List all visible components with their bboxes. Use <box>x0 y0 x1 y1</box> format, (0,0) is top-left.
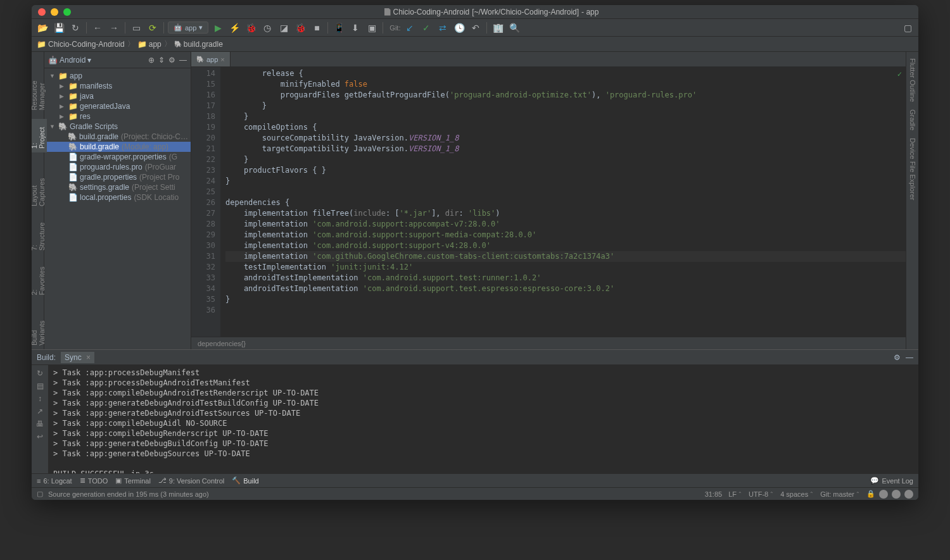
close-tab-icon[interactable]: × <box>86 353 91 362</box>
tree-arrow-icon[interactable] <box>60 93 66 99</box>
profile-icon[interactable]: ◷ <box>260 21 274 35</box>
close-tab-icon[interactable]: × <box>220 56 224 63</box>
gradle-sync-icon[interactable]: ⟳ <box>146 21 160 35</box>
coverage-icon[interactable]: ◪ <box>277 21 291 35</box>
code-line[interactable]: } <box>225 294 906 305</box>
project-tree[interactable]: 📁app📁manifests📁java📁generatedJava📁res🐘Gr… <box>44 68 191 349</box>
event-log-tab[interactable]: 💬 Event Log <box>870 476 913 485</box>
code-line[interactable]: productFlavors { } <box>225 165 906 176</box>
code-line[interactable]: proguardFiles getDefaultProguardFile('pr… <box>225 90 906 101</box>
ide-status-icon[interactable] <box>892 490 901 499</box>
attach-debugger-icon[interactable]: 🐞 <box>293 21 307 35</box>
project-view-dropdown[interactable]: 🤖 Android ▾ <box>48 56 91 65</box>
sdk-manager-icon[interactable]: ⬇ <box>348 21 362 35</box>
tree-arrow-icon[interactable] <box>49 123 56 130</box>
tree-node[interactable]: 🐘settings.gradle (Project Setti <box>44 182 191 192</box>
tree-node[interactable]: 📄proguard-rules.pro (ProGuar <box>44 162 191 172</box>
settings-icon[interactable]: ⚙ <box>894 353 901 362</box>
tree-node[interactable]: 📁generatedJava <box>44 101 191 111</box>
hide-icon[interactable]: — <box>179 56 187 65</box>
editor-tab-app[interactable]: 🐘 app × <box>191 52 231 66</box>
code-line[interactable]: minifyEnabled false <box>225 79 906 90</box>
code-line[interactable]: } <box>225 111 906 122</box>
git-revert-icon[interactable]: ↶ <box>469 21 483 35</box>
breadcrumb-file[interactable]: 🐘 build.gradle <box>174 40 223 49</box>
build-tab[interactable]: 🔨 Build <box>232 476 258 485</box>
print-icon[interactable]: 🖶 <box>36 420 44 428</box>
encoding-dropdown[interactable]: UTF-8 <box>749 490 774 498</box>
code-line[interactable] <box>225 187 906 197</box>
tree-arrow-icon[interactable] <box>60 83 66 89</box>
terminal-tab[interactable]: ▣ Terminal <box>115 476 151 485</box>
code-content[interactable]: release { minifyEnabled false proguardFi… <box>220 67 906 337</box>
todo-tab[interactable]: ≣ TODO <box>80 476 108 485</box>
undo-icon[interactable]: ← <box>91 21 104 35</box>
code-line[interactable]: targetCompatibility JavaVersion.VERSION_… <box>225 144 906 154</box>
tree-arrow-icon[interactable] <box>60 113 66 120</box>
tree-arrow-icon[interactable] <box>49 73 56 79</box>
code-line[interactable]: androidTestImplementation 'com.android.s… <box>225 273 906 283</box>
code-line[interactable]: implementation 'com.android.support:appc… <box>225 219 906 230</box>
search-icon[interactable]: 🔍 <box>507 21 521 35</box>
tree-node[interactable]: 🐘Gradle Scripts <box>44 121 191 132</box>
code-line[interactable]: } <box>225 154 906 165</box>
build-sync-tab[interactable]: Sync × <box>61 352 94 363</box>
code-line[interactable]: implementation 'com.github.GoogleChrome.… <box>225 251 906 262</box>
code-line[interactable]: compileOptions { <box>225 122 906 133</box>
gradle-tab[interactable]: Gradle <box>908 106 918 134</box>
lock-icon[interactable]: 🔒 <box>866 490 875 498</box>
code-line[interactable] <box>225 305 906 316</box>
sync-icon[interactable]: ↻ <box>68 21 82 35</box>
favorites-tab[interactable]: 2: Favorites <box>32 259 47 299</box>
tree-node[interactable]: 📁java <box>44 91 191 101</box>
editor-body[interactable]: 1415161718192021222324252627282930313233… <box>191 67 906 337</box>
code-line[interactable]: implementation fileTree(include: ['*.jar… <box>225 208 906 219</box>
code-line[interactable]: implementation 'com.android.support:supp… <box>225 230 906 240</box>
code-line[interactable]: implementation 'com.android.support:supp… <box>225 240 906 251</box>
tree-node[interactable]: 📁app <box>44 71 191 81</box>
tree-node[interactable]: 📄gradle.properties (Project Pro <box>44 172 191 182</box>
project-tab[interactable]: 1: Project <box>32 119 47 152</box>
stop-icon[interactable]: ■ <box>310 21 324 35</box>
flutter-outline-tab[interactable]: Flutter Outline <box>908 54 918 106</box>
tree-node[interactable]: 🐘build.gradle (Project: Chicio-C… <box>44 132 191 142</box>
code-line[interactable]: release { <box>225 68 906 79</box>
git-commit-icon[interactable]: ✓ <box>419 21 433 35</box>
memory-indicator-icon[interactable] <box>879 490 888 499</box>
tree-node[interactable]: 📄gradle-wrapper.properties (G <box>44 152 191 162</box>
close-window-button[interactable] <box>38 8 46 16</box>
layout-inspector-icon[interactable]: ▣ <box>365 21 379 35</box>
avd-manager-icon[interactable]: 📱 <box>332 21 346 35</box>
tree-node[interactable]: 📁res <box>44 111 191 121</box>
git-compare-icon[interactable]: ⇄ <box>436 21 450 35</box>
tree-node[interactable]: 📁manifests <box>44 81 191 91</box>
code-line[interactable]: testImplementation 'junit:junit:4.12' <box>225 262 906 273</box>
tree-arrow-icon[interactable] <box>60 103 66 109</box>
redo-icon[interactable]: → <box>107 21 121 35</box>
maximize-window-button[interactable] <box>63 8 71 16</box>
git-branch-dropdown[interactable]: Git: master <box>820 490 860 498</box>
settings-icon[interactable]: ⚙ <box>168 56 175 65</box>
build-variants-tab[interactable]: Build Variants <box>32 304 47 349</box>
restart-icon[interactable]: ↻ <box>37 369 43 378</box>
minimize-window-button[interactable] <box>51 8 58 16</box>
tree-node[interactable]: 🐘build.gradle (Module: app) <box>44 142 191 152</box>
toggle-tool-windows-icon[interactable]: ▢ <box>37 490 43 498</box>
project-structure-icon[interactable]: 🏢 <box>491 21 505 35</box>
code-line[interactable]: } <box>225 176 906 187</box>
code-line[interactable]: } <box>225 101 906 111</box>
apply-changes-icon[interactable]: ⚡ <box>227 21 241 35</box>
locate-icon[interactable]: ⊕ <box>148 56 155 65</box>
indent-dropdown[interactable]: 4 spaces <box>780 490 814 498</box>
logcat-tab[interactable]: ≡ 6: Logcat <box>37 477 72 485</box>
resource-manager-tab[interactable]: Resource Manager <box>32 54 47 114</box>
code-line[interactable]: dependencies { <box>225 197 906 208</box>
device-explorer-tab[interactable]: Device File Explorer <box>908 134 918 204</box>
layout-captures-tab[interactable]: Layout Captures <box>32 158 47 210</box>
account-avatar-icon[interactable]: ▢ <box>901 21 915 35</box>
editor-breadcrumb[interactable]: dependencies{} <box>191 337 906 349</box>
breadcrumb-module[interactable]: 📁 app <box>137 40 162 49</box>
save-icon[interactable]: 💾 <box>52 21 66 35</box>
collapse-all-icon[interactable]: ⇕ <box>158 56 165 65</box>
avd-icon[interactable]: ▭ <box>129 21 143 35</box>
